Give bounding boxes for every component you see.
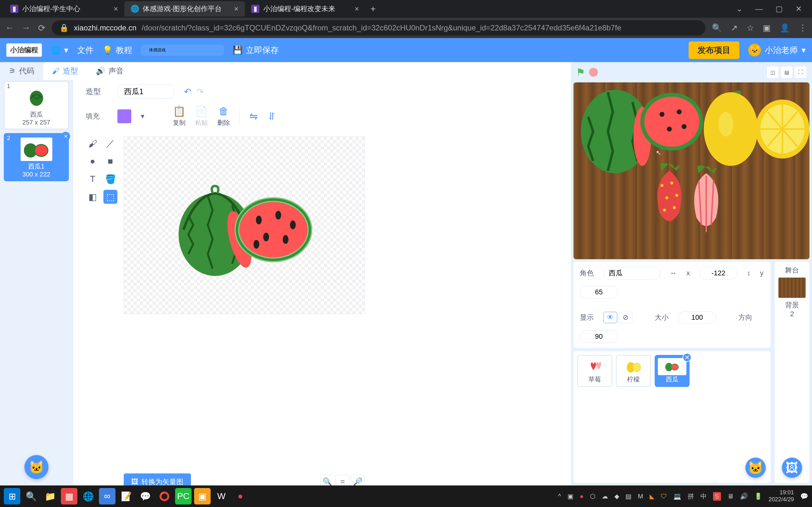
battery-icon[interactable]: 🔋 bbox=[754, 493, 762, 500]
delete-sprite-icon[interactable]: ✕ bbox=[682, 353, 692, 362]
large-stage-icon[interactable]: ▤ bbox=[780, 66, 793, 78]
fill-color-swatch[interactable] bbox=[117, 109, 131, 123]
bookmark-icon[interactable]: ☆ bbox=[747, 23, 754, 33]
redo-icon[interactable]: ↷ bbox=[196, 87, 204, 97]
add-backdrop-button[interactable]: 🖼 bbox=[782, 458, 802, 478]
record-icon[interactable]: ● bbox=[232, 488, 249, 504]
stage[interactable]: ↖ bbox=[573, 82, 809, 259]
url-input[interactable]: 🔒 xiaozhi.mccode.cn/door/scratch/?class_… bbox=[52, 20, 705, 36]
tray-icon[interactable]: M bbox=[638, 493, 643, 500]
close-window-icon[interactable]: ✕ bbox=[796, 4, 802, 13]
tab-costume[interactable]: 🖌造型 bbox=[43, 62, 87, 80]
show-button[interactable]: 👁 bbox=[603, 312, 617, 323]
app-icon[interactable]: ∞ bbox=[99, 488, 115, 504]
small-stage-icon[interactable]: ◫ bbox=[766, 66, 779, 78]
chevron-up-icon[interactable]: ^ bbox=[558, 493, 561, 500]
extension-icon[interactable]: ▣ bbox=[763, 23, 771, 33]
ime-lang[interactable]: 拼 bbox=[688, 492, 694, 501]
erase-tool[interactable]: ◧ bbox=[86, 190, 100, 204]
language-menu[interactable]: 🌐▾ bbox=[51, 45, 68, 55]
app-icon[interactable]: 📝 bbox=[118, 488, 135, 504]
start-icon[interactable]: ⊞ bbox=[4, 488, 20, 504]
publish-button[interactable]: 发布项目 bbox=[689, 42, 740, 59]
stage-panel[interactable]: 舞台 背景 2 🖼 bbox=[774, 262, 809, 483]
green-flag-icon[interactable]: ⚑ bbox=[576, 66, 585, 78]
menu-icon[interactable]: ⋮ bbox=[799, 23, 807, 33]
hide-button[interactable]: ⊘ bbox=[618, 312, 632, 323]
obs-icon[interactable]: ⭕ bbox=[156, 488, 172, 504]
tray-icon[interactable]: ▣ bbox=[567, 493, 573, 500]
sprite-item-watermelon[interactable]: ✕ 西瓜 bbox=[655, 355, 690, 387]
sprite-name-input[interactable] bbox=[603, 267, 660, 279]
browser-tab[interactable]: ▮ 小治编程-编程改变未来 × bbox=[245, 1, 365, 16]
rect-tool[interactable]: ■ bbox=[103, 154, 117, 168]
fullscreen-icon[interactable]: ⛶ bbox=[794, 66, 807, 78]
tray-icon[interactable]: ◆ bbox=[614, 493, 619, 500]
chevron-down-icon[interactable]: ⌄ bbox=[736, 4, 743, 13]
share-icon[interactable]: ↗ bbox=[731, 23, 738, 33]
search-icon[interactable]: 🔍 bbox=[23, 488, 39, 504]
reload-icon[interactable]: ⟳ bbox=[38, 23, 45, 33]
wechat-icon[interactable]: 💬 bbox=[137, 488, 154, 504]
save-button[interactable]: 💾立即保存 bbox=[233, 45, 279, 56]
user-menu[interactable]: 🐱 小治老师 ▾ bbox=[748, 44, 806, 56]
browser-tab[interactable]: ▮ 小治编程-学生中心 × bbox=[4, 1, 124, 16]
file-menu[interactable]: 文件 bbox=[77, 45, 94, 56]
close-icon[interactable]: × bbox=[113, 4, 118, 13]
new-tab-button[interactable]: + bbox=[365, 4, 380, 14]
volume-icon[interactable]: 🔊 bbox=[740, 493, 748, 500]
costume-name-input[interactable] bbox=[117, 84, 174, 99]
notification-icon[interactable]: 💬 bbox=[800, 493, 808, 500]
tutorial-button[interactable]: 💡教程 bbox=[102, 45, 132, 56]
search-icon[interactable]: 🔍 bbox=[712, 23, 722, 33]
tray-icon[interactable]: ● bbox=[580, 493, 583, 500]
chrome-icon[interactable]: 🌐 bbox=[80, 488, 96, 504]
project-name-input[interactable] bbox=[141, 45, 223, 55]
flip-h-icon[interactable]: ⇋ bbox=[249, 110, 258, 122]
maximize-icon[interactable]: ▢ bbox=[775, 4, 783, 13]
minimize-icon[interactable]: — bbox=[755, 4, 763, 13]
x-input[interactable] bbox=[699, 267, 738, 279]
paste-button[interactable]: 📄粘贴 bbox=[195, 105, 208, 127]
app-icon[interactable]: ▣ bbox=[194, 488, 211, 504]
add-sprite-button[interactable]: 🐱 bbox=[745, 458, 766, 478]
text-tool[interactable]: T bbox=[86, 172, 100, 186]
close-icon[interactable]: × bbox=[355, 4, 359, 13]
stage-thumbnail[interactable] bbox=[778, 278, 806, 298]
network-icon[interactable]: 🖥 bbox=[727, 493, 734, 500]
clock[interactable]: 19:01 2022/4/29 bbox=[768, 489, 794, 503]
tab-code[interactable]: ⚞代码 bbox=[0, 62, 43, 80]
logo[interactable]: 小治编程 bbox=[6, 43, 42, 57]
y-input[interactable] bbox=[580, 286, 618, 298]
tray-icon[interactable]: 💻 bbox=[673, 493, 681, 500]
browser-tab[interactable]: 🌐 体感游戏-图形化创作平台 × bbox=[124, 1, 245, 16]
size-input[interactable] bbox=[678, 311, 716, 324]
app-icon[interactable]: W bbox=[213, 488, 230, 504]
copy-button[interactable]: 📋复制 bbox=[173, 105, 186, 127]
select-tool[interactable]: ⬚ bbox=[103, 190, 117, 204]
tab-sound[interactable]: 🔊声音 bbox=[87, 62, 133, 80]
delete-costume-icon[interactable]: ✕ bbox=[61, 132, 70, 141]
fill-tool[interactable]: 🪣 bbox=[103, 172, 117, 186]
tray-icon[interactable]: ☁ bbox=[602, 493, 608, 500]
tray-icon[interactable]: 🛡 bbox=[661, 493, 667, 500]
circle-tool[interactable]: ● bbox=[86, 154, 100, 168]
app-icon[interactable]: ▦ bbox=[61, 488, 78, 504]
add-costume-button[interactable]: 🐱 bbox=[24, 455, 49, 479]
pycharm-icon[interactable]: PC bbox=[175, 488, 192, 504]
profile-icon[interactable]: 👤 bbox=[780, 23, 790, 33]
paint-canvas[interactable] bbox=[124, 136, 365, 314]
tray-icon[interactable]: ▤ bbox=[625, 493, 631, 500]
dropdown-icon[interactable]: ▾ bbox=[141, 112, 144, 120]
back-icon[interactable]: ← bbox=[5, 23, 14, 33]
costume-item[interactable]: 2 ✕ 西瓜1 300 x 222 bbox=[4, 133, 69, 181]
delete-button[interactable]: 🗑删除 bbox=[217, 106, 230, 127]
close-icon[interactable]: × bbox=[234, 4, 239, 13]
direction-input[interactable] bbox=[580, 330, 618, 343]
sprite-item-strawberry[interactable]: 草莓 bbox=[577, 355, 612, 387]
undo-icon[interactable]: ↶ bbox=[184, 87, 191, 97]
stop-icon[interactable] bbox=[589, 68, 598, 77]
explorer-icon[interactable]: 📁 bbox=[42, 488, 58, 504]
costume-item[interactable]: 1 西瓜 257 x 257 bbox=[4, 81, 69, 129]
forward-icon[interactable]: → bbox=[21, 23, 31, 33]
